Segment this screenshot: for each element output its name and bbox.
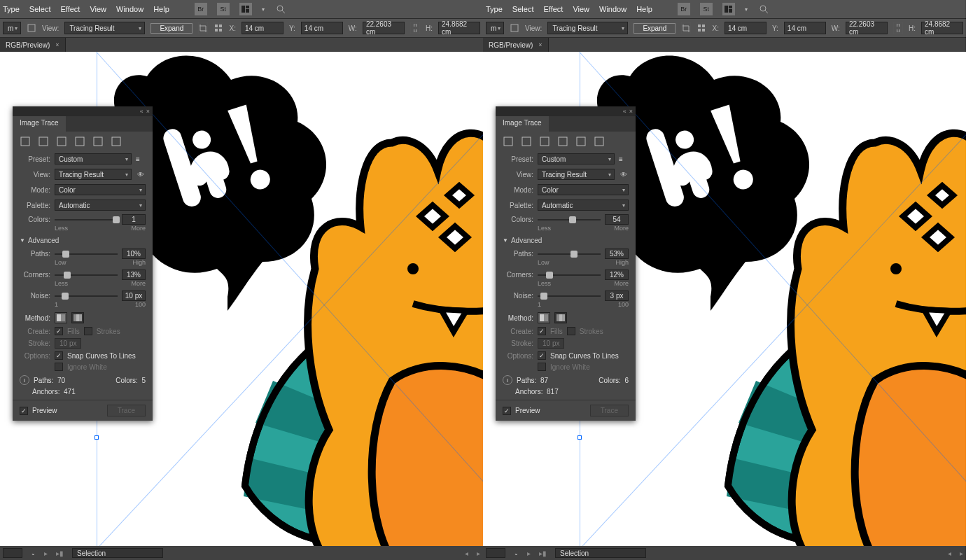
panel-titlebar[interactable]: « × [496, 106, 636, 116]
colors-slider[interactable] [55, 216, 118, 224]
app-badge[interactable]: St [700, 3, 713, 15]
preset-bw-icon[interactable] [575, 136, 587, 147]
colors-value[interactable]: 1 [122, 214, 146, 225]
menu-effect[interactable]: Effect [60, 5, 80, 13]
preview-checkbox[interactable] [20, 407, 28, 415]
app-badge[interactable]: St [217, 3, 230, 15]
fills-checkbox[interactable] [538, 327, 546, 335]
close-icon[interactable]: × [146, 108, 150, 115]
mask-icon[interactable] [510, 22, 519, 34]
trace-preset-mini[interactable]: m [486, 22, 504, 34]
ignore-white-checkbox[interactable] [538, 363, 546, 371]
ignore-white-checkbox[interactable] [55, 363, 63, 371]
preset-menu-icon[interactable]: ≡ [136, 155, 146, 163]
noise-slider[interactable] [55, 292, 118, 300]
crop-icon[interactable] [681, 22, 691, 34]
link-icon[interactable] [893, 22, 903, 34]
close-icon[interactable]: × [629, 108, 633, 115]
snap-checkbox[interactable] [538, 351, 546, 360]
workspace-icon[interactable] [722, 3, 735, 15]
method-abutting-icon[interactable] [55, 312, 67, 323]
preset-photo-icon[interactable] [521, 136, 532, 147]
scroll-right-icon[interactable]: ▸ [960, 550, 963, 557]
preset-auto-icon[interactable] [20, 136, 31, 147]
preview-checkbox[interactable] [503, 407, 511, 415]
advanced-toggle[interactable]: ▼ Advanced [496, 234, 636, 247]
zoom-field[interactable] [3, 548, 22, 558]
menu-help[interactable]: Help [153, 5, 169, 13]
strokes-checkbox[interactable] [84, 327, 92, 335]
paths-value[interactable]: 53% [605, 248, 629, 259]
corners-value[interactable]: 12% [605, 270, 629, 280]
scroll-right-icon[interactable]: ▸ [477, 550, 480, 557]
transform-icon[interactable] [696, 22, 706, 34]
eye-icon[interactable]: 👁 [136, 171, 146, 178]
app-badge[interactable]: Br [678, 3, 690, 15]
paths-slider[interactable] [55, 250, 118, 258]
menu-view[interactable]: View [573, 5, 589, 13]
selection-handle[interactable] [94, 435, 99, 440]
palette-dropdown[interactable]: Automatic [55, 200, 146, 211]
menu-effect[interactable]: Effect [543, 5, 563, 13]
scroll-left-icon[interactable]: ◂ [948, 550, 951, 557]
method-overlap-icon[interactable] [554, 312, 567, 323]
expand-button[interactable]: Expand [150, 23, 192, 34]
info-icon[interactable]: i [20, 375, 29, 385]
menu-window[interactable]: Window [599, 5, 626, 13]
info-icon[interactable]: i [503, 375, 512, 385]
colors-value[interactable]: 54 [605, 214, 629, 225]
snap-checkbox[interactable] [55, 351, 63, 360]
view-dropdown-panel[interactable]: Tracing Result [538, 169, 615, 180]
noise-value[interactable]: 3 px [605, 290, 629, 301]
method-abutting-icon[interactable] [538, 312, 550, 323]
corners-slider[interactable] [55, 271, 118, 279]
document-tab[interactable]: RGB/Preview) × [483, 38, 549, 52]
h-field[interactable]: 24.8682 cm [921, 22, 963, 34]
paths-value[interactable]: 10% [122, 248, 146, 259]
strokes-checkbox[interactable] [567, 327, 575, 335]
search-icon[interactable] [274, 3, 287, 15]
menu-type[interactable]: Type [486, 5, 503, 13]
close-icon[interactable]: × [55, 41, 59, 48]
crop-icon[interactable] [198, 22, 208, 34]
x-field[interactable]: 14 cm [241, 22, 284, 34]
eye-icon[interactable]: 👁 [619, 171, 629, 178]
fills-checkbox[interactable] [55, 327, 63, 335]
close-icon[interactable]: × [538, 41, 542, 48]
w-field[interactable]: 22.2603 cm [363, 22, 405, 34]
view-dropdown[interactable]: Tracing Result [64, 22, 145, 34]
preset-gray-icon[interactable] [74, 136, 85, 147]
view-dropdown[interactable]: Tracing Result [547, 22, 628, 34]
h-field[interactable]: 24.8682 cm [438, 22, 480, 34]
app-badge[interactable]: Br [195, 3, 207, 15]
view-dropdown-panel[interactable]: Tracing Result [55, 169, 132, 180]
noise-value[interactable]: 10 px [122, 290, 146, 301]
colors-slider[interactable] [538, 216, 601, 224]
prev-artboard-icon[interactable]: ▸ [44, 550, 48, 557]
preset-lowcolor-icon[interactable] [56, 136, 67, 147]
mode-dropdown[interactable]: Color [55, 184, 146, 195]
y-field[interactable]: 14 cm [784, 22, 826, 34]
panel-tab[interactable]: Image Trace [13, 116, 66, 132]
preset-dropdown[interactable]: Custom [55, 153, 132, 164]
preset-lowcolor-icon[interactable] [539, 136, 550, 147]
preset-dropdown[interactable]: Custom [538, 153, 615, 164]
zoom-chevron[interactable]: ⌄ [31, 550, 36, 556]
workspace-icon[interactable] [239, 3, 252, 15]
preset-bw-icon[interactable] [92, 136, 104, 147]
scroll-left-icon[interactable]: ◂ [465, 550, 468, 557]
w-field[interactable]: 22.2603 cm [846, 22, 888, 34]
paths-slider[interactable] [538, 250, 601, 258]
menu-select[interactable]: Select [29, 5, 51, 13]
zoom-field[interactable] [486, 548, 505, 558]
corners-value[interactable]: 13% [122, 270, 146, 280]
corners-slider[interactable] [538, 271, 601, 279]
y-field[interactable]: 14 cm [301, 22, 343, 34]
chevron-down-icon[interactable]: ▾ [262, 6, 265, 13]
preset-gray-icon[interactable] [557, 136, 568, 147]
selection-handle[interactable] [578, 435, 582, 440]
menu-select[interactable]: Select [512, 5, 534, 13]
link-icon[interactable] [410, 22, 420, 34]
preset-outline-icon[interactable] [111, 136, 122, 147]
document-tab[interactable]: RGB/Preview) × [0, 38, 66, 52]
